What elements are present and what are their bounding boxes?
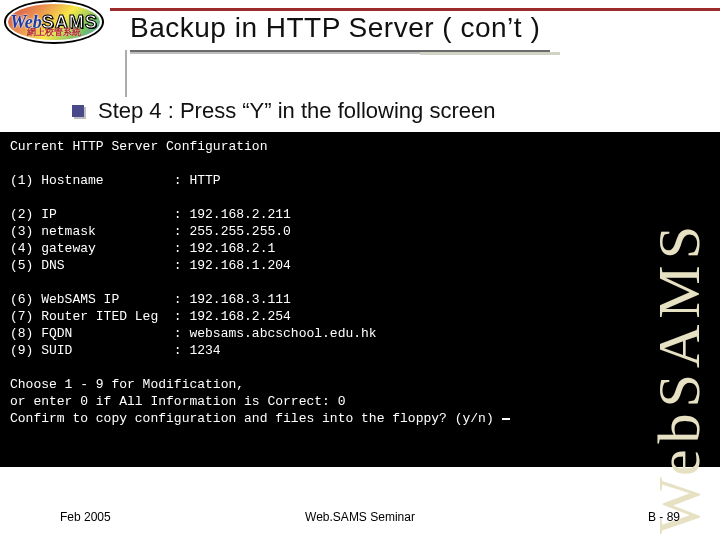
terminal-line: (5) DNS : 192.168.1.204 xyxy=(10,258,291,273)
footer-page: B - 89 xyxy=(648,510,680,524)
terminal-line: Choose 1 - 9 for Modification, xyxy=(10,377,244,392)
title-area: Backup in HTTP Server ( con’t ) xyxy=(130,12,690,54)
terminal-line: Confirm to copy configuration and files … xyxy=(10,411,494,426)
terminal-line: (3) netmask : 255.255.255.0 xyxy=(10,224,291,239)
bullet-text: Step 4 : Press “Y” in the following scre… xyxy=(98,98,495,124)
vertical-divider xyxy=(125,50,127,97)
title-underline-tail xyxy=(420,52,560,55)
terminal-line: or enter 0 if All Information is Correct… xyxy=(10,394,345,409)
slide: Web SAMS 網上校管系統 Backup in HTTP Server ( … xyxy=(0,0,720,540)
terminal-line: (8) FQDN : websams.abcschool.edu.hk xyxy=(10,326,377,341)
terminal-line: (9) SUID : 1234 xyxy=(10,343,221,358)
bullet-row: Step 4 : Press “Y” in the following scre… xyxy=(72,98,495,124)
header-red-rule xyxy=(110,8,720,11)
terminal-screenshot: Current HTTP Server Configuration (1) Ho… xyxy=(0,132,720,467)
terminal-line: (6) WebSAMS IP : 192.168.3.111 xyxy=(10,292,291,307)
logo-subtitle: 網上校管系統 xyxy=(6,26,102,39)
bullet-square-icon xyxy=(72,105,84,117)
terminal-line: (4) gateway : 192.168.2.1 xyxy=(10,241,275,256)
terminal-line: (2) IP : 192.168.2.211 xyxy=(10,207,291,222)
terminal-line: (7) Router ITED Leg : 192.168.2.254 xyxy=(10,309,291,324)
terminal-line: Current HTTP Server Configuration xyxy=(10,139,267,154)
cursor-icon xyxy=(502,418,510,420)
logo-oval: Web SAMS 網上校管系統 xyxy=(4,0,104,44)
footer-center: Web.SAMS Seminar xyxy=(0,510,720,524)
slide-title: Backup in HTTP Server ( con’t ) xyxy=(130,12,690,44)
terminal-line: (1) Hostname : HTTP xyxy=(10,173,221,188)
logo: Web SAMS 網上校管系統 xyxy=(4,0,104,44)
